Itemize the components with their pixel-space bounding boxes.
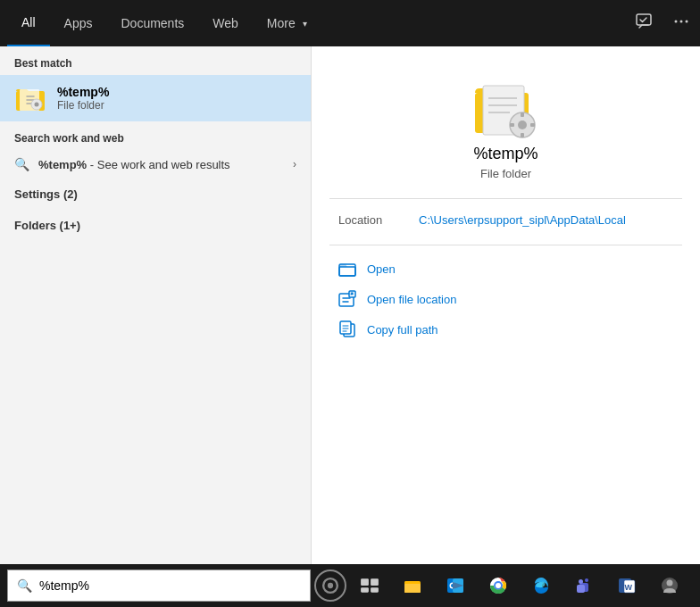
best-match-subtitle: File folder [57,99,109,112]
best-match-text: %temp% File folder [57,85,109,112]
chevron-down-icon: ▾ [303,19,307,29]
folder-icon [14,82,46,114]
file-preview-icon [471,73,542,145]
svg-point-14 [518,121,527,129]
svg-point-1 [675,21,678,23]
best-match-item[interactable]: %temp% File folder [0,75,311,121]
svg-rect-46 [577,585,585,593]
open-file-location-label: Open file location [367,293,456,306]
svg-rect-26 [340,321,351,334]
svg-rect-20 [339,267,355,276]
svg-rect-37 [404,584,421,593]
file-subtitle: File folder [480,167,531,180]
chrome-button[interactable] [479,566,518,605]
tab-more[interactable]: More ▾ [253,0,321,46]
search-icon: 🔍 [14,157,29,171]
left-panel: Best match %temp% File folder [0,46,311,607]
svg-point-48 [585,578,588,582]
category-settings[interactable]: Settings (2) [0,179,311,210]
more-options-icon[interactable] [670,10,693,37]
taskbar-search-icon: 🔍 [17,578,32,593]
svg-point-47 [579,579,583,584]
teams-button[interactable] [564,566,604,605]
location-value[interactable]: C:\Users\erpsupport_sipl\AppData\Local [419,213,626,227]
word-button[interactable]: W [607,566,646,605]
svg-point-31 [328,583,333,588]
svg-rect-15 [521,112,524,117]
taskbar: 🔍 %temp% [0,564,700,607]
tab-documents[interactable]: Documents [106,0,198,46]
tab-web[interactable]: Web [198,0,253,46]
right-panel: %temp% File folder Location C:\Users\erp… [311,46,700,607]
open-location-icon [338,290,356,308]
feedback-icon[interactable] [632,10,655,37]
location-label: Location [338,213,401,227]
avatar-button[interactable] [650,566,689,605]
svg-point-44 [496,583,501,588]
search-web-item[interactable]: 🔍 %temp% - See work and web results › [0,150,311,179]
search-web-text: %temp% - See work and web results [38,158,284,171]
svg-rect-35 [371,587,379,593]
chevron-right-icon: › [293,158,296,170]
copy-full-path-label: Copy full path [367,323,438,337]
action-list: Open Open file location [329,260,682,338]
divider-1 [329,198,682,199]
svg-rect-17 [510,123,514,127]
task-view-button[interactable] [350,566,389,605]
svg-rect-33 [371,578,379,586]
open-folder-icon [338,260,356,278]
search-bar[interactable]: 🔍 %temp% [7,570,311,602]
svg-rect-18 [530,123,535,127]
file-explorer-button[interactable] [393,566,432,605]
best-match-label: Best match [0,46,311,75]
main-area: Best match %temp% File folder [0,46,700,607]
category-folders[interactable]: Folders (1+) [0,210,311,241]
open-file-location-action[interactable]: Open file location [338,290,673,308]
outlook-button[interactable] [436,566,475,605]
divider-2 [329,245,682,245]
svg-point-53 [667,580,673,586]
best-match-title: %temp% [57,85,109,99]
svg-rect-34 [361,587,369,593]
search-work-web-label: Search work and web [0,121,311,150]
copy-icon [338,320,356,338]
cortana-button[interactable] [314,570,346,602]
svg-point-3 [686,21,688,23]
tab-all[interactable]: All [7,0,50,46]
nav-right-icons [632,10,693,37]
location-row: Location C:\Users\erpsupport_sipl\AppDat… [329,213,682,227]
svg-rect-32 [361,578,369,586]
tab-apps[interactable]: Apps [50,0,107,46]
taskbar-search-text: %temp% [39,578,89,593]
svg-rect-16 [521,133,524,137]
svg-text:W: W [625,583,633,592]
svg-point-7 [35,103,39,107]
svg-point-2 [680,21,683,23]
top-nav: All Apps Documents Web More ▾ [0,0,700,46]
open-label: Open [367,262,396,276]
file-title: %temp% [473,145,538,163]
edge-button[interactable] [521,566,561,605]
open-action[interactable]: Open [338,260,673,278]
copy-full-path-action[interactable]: Copy full path [338,320,673,338]
